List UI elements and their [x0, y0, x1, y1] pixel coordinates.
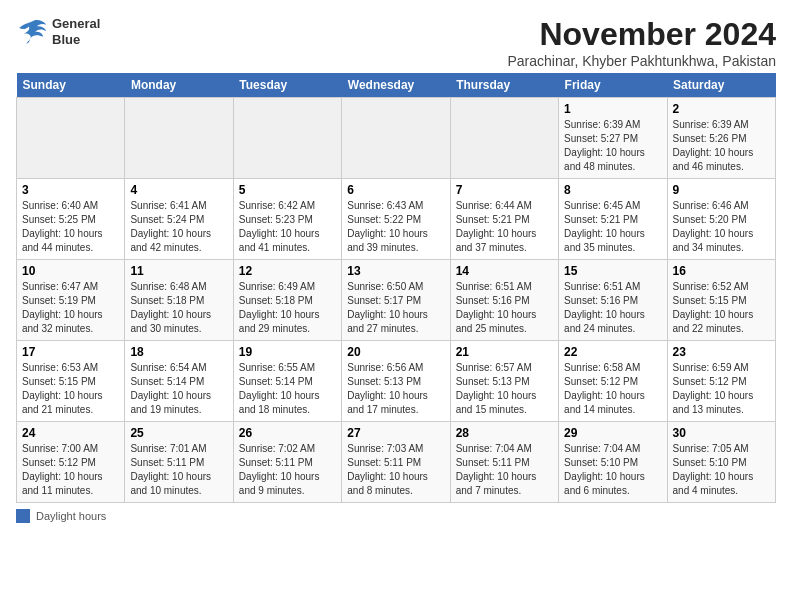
day-number: 22 [564, 345, 661, 359]
calendar-cell: 8Sunrise: 6:45 AM Sunset: 5:21 PM Daylig… [559, 179, 667, 260]
calendar-cell: 17Sunrise: 6:53 AM Sunset: 5:15 PM Dayli… [17, 341, 125, 422]
calendar-cell: 7Sunrise: 6:44 AM Sunset: 5:21 PM Daylig… [450, 179, 558, 260]
day-info: Sunrise: 6:51 AM Sunset: 5:16 PM Dayligh… [456, 280, 553, 336]
logo-text: General Blue [52, 16, 100, 47]
legend-box [16, 509, 30, 523]
day-number: 14 [456, 264, 553, 278]
calendar-cell: 12Sunrise: 6:49 AM Sunset: 5:18 PM Dayli… [233, 260, 341, 341]
calendar-cell [342, 98, 450, 179]
weekday-header-cell: Saturday [667, 73, 775, 98]
day-info: Sunrise: 6:47 AM Sunset: 5:19 PM Dayligh… [22, 280, 119, 336]
day-info: Sunrise: 7:00 AM Sunset: 5:12 PM Dayligh… [22, 442, 119, 498]
day-number: 9 [673, 183, 770, 197]
calendar-cell: 26Sunrise: 7:02 AM Sunset: 5:11 PM Dayli… [233, 422, 341, 503]
day-number: 5 [239, 183, 336, 197]
day-number: 8 [564, 183, 661, 197]
day-info: Sunrise: 6:55 AM Sunset: 5:14 PM Dayligh… [239, 361, 336, 417]
day-info: Sunrise: 6:53 AM Sunset: 5:15 PM Dayligh… [22, 361, 119, 417]
legend-label: Daylight hours [36, 510, 106, 522]
calendar-week-row: 1Sunrise: 6:39 AM Sunset: 5:27 PM Daylig… [17, 98, 776, 179]
page-header: General Blue November 2024 Parachinar, K… [16, 16, 776, 69]
day-info: Sunrise: 7:01 AM Sunset: 5:11 PM Dayligh… [130, 442, 227, 498]
weekday-header-cell: Wednesday [342, 73, 450, 98]
day-number: 29 [564, 426, 661, 440]
calendar-cell: 23Sunrise: 6:59 AM Sunset: 5:12 PM Dayli… [667, 341, 775, 422]
calendar-cell: 28Sunrise: 7:04 AM Sunset: 5:11 PM Dayli… [450, 422, 558, 503]
logo: General Blue [16, 16, 100, 47]
calendar-cell [17, 98, 125, 179]
weekday-header-cell: Thursday [450, 73, 558, 98]
day-number: 13 [347, 264, 444, 278]
calendar-cell: 25Sunrise: 7:01 AM Sunset: 5:11 PM Dayli… [125, 422, 233, 503]
day-number: 27 [347, 426, 444, 440]
day-number: 21 [456, 345, 553, 359]
calendar-cell [450, 98, 558, 179]
calendar-cell: 22Sunrise: 6:58 AM Sunset: 5:12 PM Dayli… [559, 341, 667, 422]
calendar-cell: 29Sunrise: 7:04 AM Sunset: 5:10 PM Dayli… [559, 422, 667, 503]
logo-icon [16, 18, 48, 46]
calendar-body: 1Sunrise: 6:39 AM Sunset: 5:27 PM Daylig… [17, 98, 776, 503]
calendar-cell: 19Sunrise: 6:55 AM Sunset: 5:14 PM Dayli… [233, 341, 341, 422]
day-info: Sunrise: 6:58 AM Sunset: 5:12 PM Dayligh… [564, 361, 661, 417]
calendar-cell: 2Sunrise: 6:39 AM Sunset: 5:26 PM Daylig… [667, 98, 775, 179]
day-info: Sunrise: 6:42 AM Sunset: 5:23 PM Dayligh… [239, 199, 336, 255]
calendar-cell: 24Sunrise: 7:00 AM Sunset: 5:12 PM Dayli… [17, 422, 125, 503]
location-title: Parachinar, Khyber Pakhtunkhwa, Pakistan [508, 53, 777, 69]
calendar-week-row: 24Sunrise: 7:00 AM Sunset: 5:12 PM Dayli… [17, 422, 776, 503]
weekday-header-cell: Sunday [17, 73, 125, 98]
day-info: Sunrise: 6:48 AM Sunset: 5:18 PM Dayligh… [130, 280, 227, 336]
calendar-cell: 14Sunrise: 6:51 AM Sunset: 5:16 PM Dayli… [450, 260, 558, 341]
calendar-week-row: 10Sunrise: 6:47 AM Sunset: 5:19 PM Dayli… [17, 260, 776, 341]
calendar-cell: 21Sunrise: 6:57 AM Sunset: 5:13 PM Dayli… [450, 341, 558, 422]
calendar-cell: 11Sunrise: 6:48 AM Sunset: 5:18 PM Dayli… [125, 260, 233, 341]
weekday-header-cell: Tuesday [233, 73, 341, 98]
calendar-table: SundayMondayTuesdayWednesdayThursdayFrid… [16, 73, 776, 503]
day-info: Sunrise: 6:54 AM Sunset: 5:14 PM Dayligh… [130, 361, 227, 417]
calendar-cell [125, 98, 233, 179]
legend: Daylight hours [16, 509, 776, 523]
calendar-cell: 13Sunrise: 6:50 AM Sunset: 5:17 PM Dayli… [342, 260, 450, 341]
calendar-cell: 30Sunrise: 7:05 AM Sunset: 5:10 PM Dayli… [667, 422, 775, 503]
day-number: 28 [456, 426, 553, 440]
day-info: Sunrise: 7:04 AM Sunset: 5:10 PM Dayligh… [564, 442, 661, 498]
day-info: Sunrise: 6:46 AM Sunset: 5:20 PM Dayligh… [673, 199, 770, 255]
day-number: 18 [130, 345, 227, 359]
day-info: Sunrise: 6:57 AM Sunset: 5:13 PM Dayligh… [456, 361, 553, 417]
day-number: 25 [130, 426, 227, 440]
day-number: 6 [347, 183, 444, 197]
calendar-cell: 10Sunrise: 6:47 AM Sunset: 5:19 PM Dayli… [17, 260, 125, 341]
weekday-header-cell: Monday [125, 73, 233, 98]
day-info: Sunrise: 6:50 AM Sunset: 5:17 PM Dayligh… [347, 280, 444, 336]
weekday-header-row: SundayMondayTuesdayWednesdayThursdayFrid… [17, 73, 776, 98]
calendar-cell: 3Sunrise: 6:40 AM Sunset: 5:25 PM Daylig… [17, 179, 125, 260]
calendar-cell: 6Sunrise: 6:43 AM Sunset: 5:22 PM Daylig… [342, 179, 450, 260]
calendar-cell: 5Sunrise: 6:42 AM Sunset: 5:23 PM Daylig… [233, 179, 341, 260]
day-number: 2 [673, 102, 770, 116]
day-info: Sunrise: 7:04 AM Sunset: 5:11 PM Dayligh… [456, 442, 553, 498]
day-info: Sunrise: 6:39 AM Sunset: 5:26 PM Dayligh… [673, 118, 770, 174]
day-number: 20 [347, 345, 444, 359]
calendar-cell: 9Sunrise: 6:46 AM Sunset: 5:20 PM Daylig… [667, 179, 775, 260]
day-number: 1 [564, 102, 661, 116]
day-info: Sunrise: 6:43 AM Sunset: 5:22 PM Dayligh… [347, 199, 444, 255]
calendar-week-row: 3Sunrise: 6:40 AM Sunset: 5:25 PM Daylig… [17, 179, 776, 260]
day-number: 7 [456, 183, 553, 197]
day-info: Sunrise: 7:02 AM Sunset: 5:11 PM Dayligh… [239, 442, 336, 498]
day-number: 23 [673, 345, 770, 359]
day-info: Sunrise: 7:05 AM Sunset: 5:10 PM Dayligh… [673, 442, 770, 498]
day-info: Sunrise: 6:39 AM Sunset: 5:27 PM Dayligh… [564, 118, 661, 174]
day-info: Sunrise: 6:40 AM Sunset: 5:25 PM Dayligh… [22, 199, 119, 255]
day-info: Sunrise: 6:51 AM Sunset: 5:16 PM Dayligh… [564, 280, 661, 336]
month-title: November 2024 [508, 16, 777, 53]
day-number: 12 [239, 264, 336, 278]
title-block: November 2024 Parachinar, Khyber Pakhtun… [508, 16, 777, 69]
day-number: 30 [673, 426, 770, 440]
calendar-cell: 4Sunrise: 6:41 AM Sunset: 5:24 PM Daylig… [125, 179, 233, 260]
day-number: 24 [22, 426, 119, 440]
day-number: 17 [22, 345, 119, 359]
calendar-cell: 1Sunrise: 6:39 AM Sunset: 5:27 PM Daylig… [559, 98, 667, 179]
day-number: 4 [130, 183, 227, 197]
calendar-week-row: 17Sunrise: 6:53 AM Sunset: 5:15 PM Dayli… [17, 341, 776, 422]
day-number: 15 [564, 264, 661, 278]
calendar-cell: 27Sunrise: 7:03 AM Sunset: 5:11 PM Dayli… [342, 422, 450, 503]
